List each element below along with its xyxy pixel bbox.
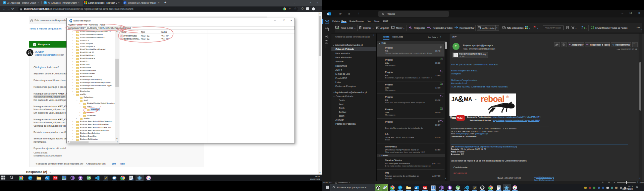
svg-text:HS: HS — [88, 177, 91, 179]
svg-text:CS: CS — [423, 186, 427, 189]
svg-text:HS: HS — [457, 186, 460, 189]
svg-text:CS: CS — [54, 177, 57, 180]
